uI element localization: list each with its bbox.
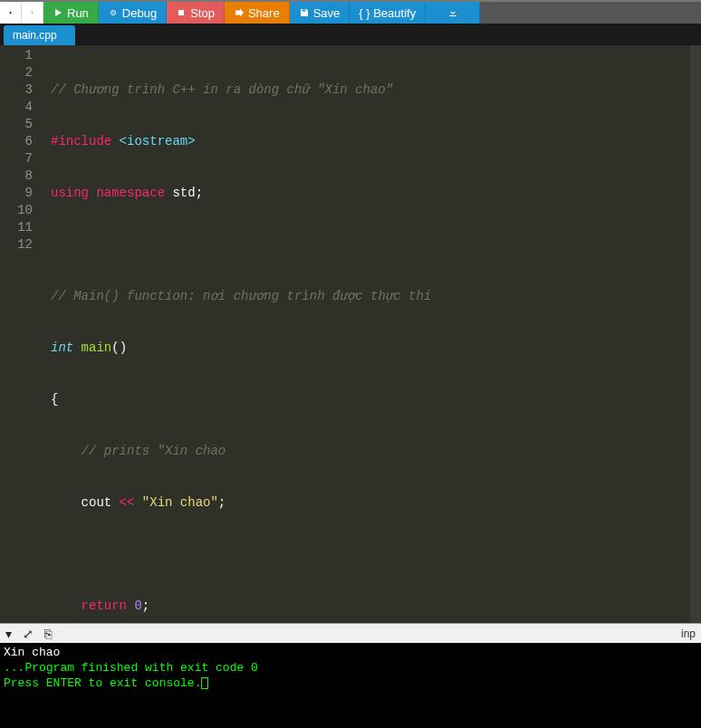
svg-rect-3 (302, 10, 305, 12)
save-button[interactable]: Save (290, 2, 350, 24)
line-number: 3 (0, 81, 33, 99)
run-label: Run (67, 6, 89, 20)
share-icon (234, 7, 245, 18)
tab-label: main.cpp (13, 29, 57, 42)
tab-main-cpp[interactable]: main.cpp (4, 25, 75, 45)
console-output[interactable]: Xin chao ...Program finished with exit c… (0, 643, 701, 728)
code-token: return (82, 599, 127, 613)
tab-bar: main.cpp (0, 24, 701, 45)
debug-label: Debug (122, 6, 157, 20)
console-line: ...Program finished with exit code 0 (4, 660, 697, 675)
stop-label: Stop (190, 6, 215, 20)
line-number: 5 (0, 116, 33, 133)
debug-button[interactable]: Debug (99, 2, 167, 24)
beautify-button[interactable]: { } Beautify (350, 2, 426, 24)
code-editor[interactable]: 1 2 3 4 5 6 7 8 9 10 11 12 // Chương trì… (0, 45, 701, 623)
play-icon (53, 7, 63, 18)
console-line: Press ENTER to exit console. (4, 675, 697, 691)
share-button[interactable]: Share (225, 2, 290, 24)
code-token: std (165, 186, 196, 200)
code-token: ; (218, 495, 226, 510)
code-token: // prints "Xin chao (51, 444, 226, 458)
console-text: Press ENTER to exit console. (4, 676, 201, 690)
panel-bar: ▾ ⤢ ⎘ inp (0, 623, 701, 643)
code-token: << (111, 495, 142, 510)
code-token: // Main() function: nơi chương trình đượ… (51, 289, 431, 303)
open-file-button[interactable] (22, 2, 43, 24)
code-token: main (73, 340, 111, 355)
target-icon (108, 7, 119, 18)
line-number: 1 (0, 47, 33, 64)
toolbar: Run Debug Stop Share Save { } Beautify (0, 0, 701, 24)
code-token: 0 (134, 599, 141, 613)
code-token: #include (51, 134, 111, 148)
share-label: Share (248, 6, 280, 20)
code-token: <iostream> (111, 134, 195, 148)
new-file-button[interactable] (0, 2, 22, 24)
code-token: int (51, 340, 73, 355)
beautify-label: { } Beautify (359, 6, 416, 20)
code-token: { (51, 392, 58, 407)
code-token (51, 495, 82, 510)
code-token: namespace (89, 186, 165, 200)
code-token (51, 599, 82, 613)
svg-point-1 (112, 12, 114, 14)
code-token: // Chương trình C++ in ra dòng chữ "Xin … (51, 82, 393, 97)
line-number: 9 (0, 185, 33, 202)
code-token: ; (142, 599, 149, 613)
line-number: 12 (0, 236, 33, 254)
line-number: 7 (0, 150, 33, 168)
line-number: 8 (0, 168, 33, 185)
chevron-down-icon[interactable]: ▾ (5, 627, 12, 641)
cursor-icon (201, 677, 208, 689)
line-gutter: 1 2 3 4 5 6 7 8 9 10 11 12 (0, 45, 42, 623)
console-line: Xin chao (4, 645, 697, 660)
line-number: 11 (0, 219, 33, 236)
code-area[interactable]: // Chương trình C++ in ra dòng chữ "Xin … (42, 45, 431, 623)
copy-icon[interactable]: ⎘ (44, 627, 52, 641)
code-token: () (111, 340, 127, 355)
code-token: ; (196, 186, 203, 200)
code-token: "Xin chao" (142, 495, 218, 510)
stop-icon (176, 7, 187, 18)
svg-rect-2 (178, 10, 184, 15)
download-button[interactable] (426, 2, 480, 24)
download-icon (447, 7, 458, 18)
code-token: using (51, 186, 89, 200)
code-token: cout (82, 495, 112, 510)
panel-right-label: inp (681, 627, 696, 640)
line-number: 2 (0, 64, 33, 81)
stop-button[interactable]: Stop (167, 2, 225, 24)
line-number: 6 (0, 133, 33, 150)
save-icon (299, 7, 310, 18)
run-button[interactable]: Run (43, 2, 99, 24)
expand-icon[interactable]: ⤢ (23, 627, 34, 641)
line-number: 4 (0, 99, 33, 116)
vertical-scrollbar[interactable] (690, 45, 701, 623)
line-number: 10 (0, 202, 33, 219)
save-label: Save (313, 6, 341, 20)
